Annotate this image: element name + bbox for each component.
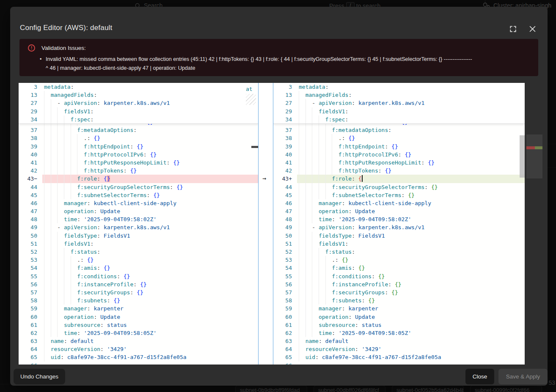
code-text[interactable]: f:httpProtocolIPv6: {} — [42, 151, 258, 159]
diff-pane-modified[interactable]: 36f:instanceProfile: {}37f:metadataOptio… — [273, 83, 525, 365]
line-number[interactable]: 45 — [273, 191, 297, 199]
line-number[interactable]: 58 — [19, 296, 42, 304]
code-text[interactable]: f:role: {} — [42, 175, 258, 183]
line-number[interactable]: 47 — [273, 207, 297, 215]
code-text[interactable]: fieldsType: FieldsV1 — [42, 232, 258, 240]
line-number[interactable]: 57 — [19, 288, 42, 296]
code-text[interactable]: f:role: { — [297, 175, 525, 183]
line-number[interactable]: 65 — [19, 353, 42, 361]
close-dialog-button[interactable] — [527, 24, 537, 34]
code-text[interactable]: manager: karpenter — [297, 304, 525, 313]
code-text[interactable]: time: '2025-09-04T09:58:02Z' — [42, 215, 258, 223]
code-text[interactable]: f:subnetSelectorTerms: {} — [42, 191, 258, 199]
code-text[interactable]: time: '2025-09-04T09:58:05Z' — [42, 329, 258, 337]
line-number[interactable]: 49 — [273, 223, 297, 231]
code-text[interactable]: operation: Update — [297, 207, 525, 215]
code-text[interactable]: f:subnets: {} — [42, 296, 258, 304]
code-text[interactable]: f:status: — [297, 248, 525, 256]
code-text[interactable]: manager: kubectl-client-side-apply — [42, 199, 258, 207]
code-text[interactable]: time: '2025-09-04T09:58:05Z' — [297, 329, 525, 337]
line-number[interactable]: 43+ — [273, 175, 297, 183]
code-text[interactable]: .: {} — [42, 134, 258, 142]
code-text[interactable]: .: {} — [297, 134, 525, 142]
line-number[interactable]: 48 — [19, 215, 42, 223]
overview-ruler-slider[interactable] — [526, 134, 542, 178]
line-number[interactable]: 58 — [273, 296, 297, 304]
code-text[interactable]: f:instanceProfile: {} — [297, 280, 525, 288]
line-number[interactable]: 62 — [273, 329, 297, 337]
code-text[interactable]: f:conditions: {} — [42, 272, 258, 280]
code-text[interactable]: manager: karpenter — [42, 304, 258, 313]
line-number[interactable]: 54 — [19, 264, 42, 272]
code-text[interactable]: f:spec: — [297, 115, 525, 123]
line-number[interactable]: 60 — [273, 313, 297, 321]
line-number[interactable]: 3 — [273, 83, 297, 91]
vertical-scrollbar[interactable] — [520, 135, 525, 178]
code-text[interactable]: .: {} — [297, 256, 525, 264]
code-text[interactable]: subresource: status — [42, 321, 258, 329]
line-number[interactable]: 48 — [273, 215, 297, 223]
line-number[interactable]: 55 — [19, 272, 42, 280]
line-number[interactable]: 53 — [273, 256, 297, 264]
line-number[interactable]: 63 — [273, 337, 297, 345]
code-text[interactable]: f:subnetSelectorTerms: {} — [297, 191, 525, 199]
code-text[interactable]: fieldsV1: — [42, 107, 258, 115]
line-number[interactable]: 41 — [273, 159, 297, 167]
code-text[interactable]: f:httpEndpoint: {} — [42, 143, 258, 151]
code-text[interactable]: uid: c8afe97e-38cc-4f91-a767-d15f2a8fe05… — [297, 353, 525, 361]
line-number[interactable]: 55 — [273, 272, 297, 280]
line-number[interactable]: 42 — [273, 167, 297, 175]
line-number[interactable]: 56 — [273, 280, 297, 288]
line-number[interactable]: 50 — [19, 232, 42, 240]
code-text[interactable]: fieldsV1: — [297, 240, 525, 248]
code-text[interactable]: resourceVersion: '3429' — [297, 345, 525, 353]
code-text[interactable]: f:amis: {} — [42, 264, 258, 272]
line-number[interactable]: 39 — [273, 143, 297, 151]
code-text[interactable]: managedFields: — [42, 91, 258, 99]
code-text[interactable]: spec: — [42, 362, 258, 365]
code-text[interactable]: subresource: status — [297, 321, 525, 329]
line-number[interactable]: 51 — [273, 240, 297, 248]
code-text[interactable]: .: {} — [42, 256, 258, 264]
line-number[interactable]: 61 — [19, 321, 42, 329]
line-number[interactable]: 27 — [273, 99, 297, 107]
line-number[interactable]: 34 — [273, 115, 297, 123]
line-number[interactable]: 59 — [19, 304, 42, 313]
line-number[interactable]: 3 — [19, 83, 42, 91]
line-number[interactable]: 46 — [273, 199, 297, 207]
line-number[interactable]: 40 — [273, 151, 297, 159]
line-number[interactable]: 42 — [19, 167, 42, 175]
line-number[interactable]: 34 — [19, 115, 42, 123]
code-text[interactable]: f:status: — [42, 248, 258, 256]
code-text[interactable]: managedFields: — [297, 91, 525, 99]
yaml-diff-editor[interactable]: 36f:instanceProfile: {}37f:metadataOptio… — [19, 83, 525, 365]
line-number[interactable]: 43− — [19, 175, 42, 183]
code-text[interactable]: resourceVersion: '3429' — [42, 345, 258, 353]
code-text[interactable]: name: default — [297, 337, 525, 345]
line-number[interactable]: 45 — [19, 191, 42, 199]
line-number[interactable]: 38 — [19, 134, 42, 142]
line-number[interactable]: 60 — [19, 313, 42, 321]
code-text[interactable]: manager: kubectl-client-side-apply — [297, 199, 525, 207]
line-number[interactable]: 66 — [19, 362, 42, 365]
code-text[interactable]: uid: c8afe97e-38cc-4f91-a767-d15f2a8fe05… — [42, 353, 258, 361]
fullscreen-button[interactable] — [508, 24, 518, 34]
line-number[interactable]: 37 — [19, 126, 42, 134]
code-text[interactable]: operation: Update — [297, 313, 525, 321]
line-number[interactable]: 39 — [19, 143, 42, 151]
code-text[interactable]: time: '2025-09-04T09:58:02Z' — [297, 215, 525, 223]
line-number[interactable]: 61 — [273, 321, 297, 329]
line-number[interactable]: 56 — [19, 280, 42, 288]
diff-pane-original[interactable]: 36f:instanceProfile: {}37f:metadataOptio… — [19, 83, 258, 365]
line-number[interactable]: 65 — [273, 353, 297, 361]
code-text[interactable]: - apiVersion: karpenter.k8s.aws/v1 — [42, 99, 258, 107]
line-number[interactable]: 27 — [19, 99, 42, 107]
undo-changes-button[interactable]: Undo Changes — [14, 369, 65, 384]
line-number[interactable]: 46 — [19, 199, 42, 207]
line-number[interactable]: 52 — [19, 248, 42, 256]
code-text[interactable]: f:subnets: {} — [297, 296, 525, 304]
line-number[interactable]: 29 — [273, 107, 297, 115]
code-text[interactable]: f:httpTokens: {} — [42, 167, 258, 175]
line-number[interactable]: 66 — [273, 362, 297, 365]
line-number[interactable]: 54 — [273, 264, 297, 272]
